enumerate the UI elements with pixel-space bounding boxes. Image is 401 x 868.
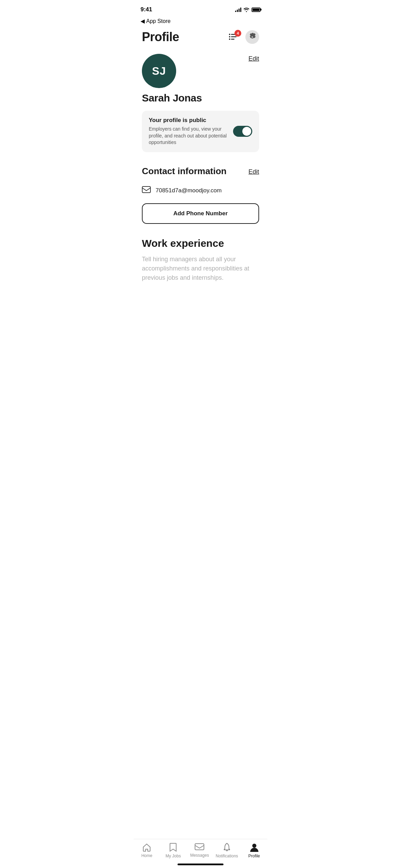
status-icons	[235, 7, 260, 12]
settings-button-bg	[245, 30, 259, 44]
header-row: Profile 4	[134, 26, 267, 50]
add-phone-button[interactable]: Add Phone Number	[142, 203, 259, 224]
signal-icon	[235, 7, 241, 12]
profile-section: SJ Edit Sarah Jonas Your profile is publ…	[134, 50, 267, 159]
wifi-icon	[243, 7, 250, 12]
back-arrow-icon: ◀	[141, 18, 145, 24]
work-section-desc: Tell hiring managers about all your acco…	[142, 255, 259, 282]
gear-icon	[248, 33, 256, 41]
svg-rect-6	[142, 186, 150, 193]
svg-point-5	[229, 38, 230, 40]
status-bar: 9:41	[134, 0, 267, 16]
back-label: App Store	[146, 18, 170, 24]
contact-section-header: Contact information Edit	[142, 166, 259, 177]
svg-rect-1	[231, 36, 236, 37]
email-address: 70851d7a@moodjoy.com	[156, 187, 222, 194]
avatar: SJ	[142, 54, 176, 88]
work-section-title: Work experience	[142, 238, 259, 249]
page-title: Profile	[142, 30, 179, 44]
nav-back[interactable]: ◀ App Store	[134, 16, 267, 26]
battery-icon	[252, 8, 260, 12]
email-row: 70851d7a@moodjoy.com	[142, 183, 259, 198]
public-status-desc: Employers can find you, view your profil…	[149, 126, 228, 146]
profile-edit-button[interactable]: Edit	[248, 54, 259, 62]
toggle-knob	[242, 127, 251, 136]
header-actions: 4	[227, 30, 259, 44]
svg-point-4	[229, 36, 230, 37]
public-visibility-card: Your profile is public Employers can fin…	[142, 111, 259, 152]
svg-rect-2	[231, 39, 234, 40]
contact-section-title: Contact information	[142, 166, 227, 177]
contact-section: Contact information Edit 70851d7a@moodjo…	[134, 159, 267, 231]
work-section: Work experience Tell hiring managers abo…	[134, 231, 267, 317]
settings-button[interactable]	[245, 30, 259, 44]
public-status-title: Your profile is public	[149, 117, 228, 124]
public-toggle[interactable]	[233, 126, 252, 137]
notification-badge: 4	[234, 30, 241, 37]
status-time: 9:41	[141, 6, 152, 13]
notification-list-button[interactable]: 4	[227, 31, 240, 44]
svg-point-3	[229, 34, 230, 35]
user-name: Sarah Jonas	[142, 92, 259, 104]
profile-header: SJ Edit	[142, 54, 259, 88]
email-icon	[142, 186, 151, 195]
contact-edit-button[interactable]: Edit	[248, 167, 259, 176]
